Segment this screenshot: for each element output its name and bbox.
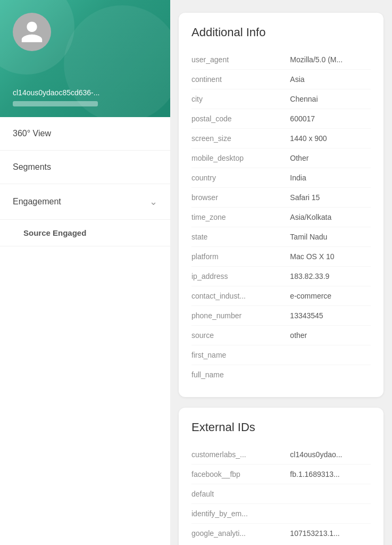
info-key: source — [191, 331, 290, 340]
chevron-down-icon: ⌄ — [149, 196, 157, 208]
additional-info-card: Additional Info user_agent Mozilla/5.0 (… — [179, 13, 383, 397]
sidebar-header: cl14ous0ydaoc85cd636-... — [0, 0, 170, 117]
info-key: customerlabs_... — [191, 450, 290, 459]
table-row: state Tamil Nadu — [191, 227, 371, 247]
table-row: user_agent Mozilla/5.0 (M... — [191, 50, 371, 70]
sidebar-item-360-view-label: 360° View — [13, 129, 51, 138]
table-row: continent Asia — [191, 70, 371, 89]
external-ids-card: External IDs customerlabs_... cl14ous0yd… — [179, 408, 383, 545]
info-value: other — [290, 331, 371, 340]
info-value: e-commerce — [290, 292, 371, 300]
table-row: google_analyti... 107153213.1... — [191, 524, 371, 543]
table-row: browser Safari 15 — [191, 188, 371, 208]
table-row: full_name — [191, 365, 371, 384]
info-value: India — [290, 174, 371, 182]
info-value: 13343545 — [290, 311, 371, 320]
info-value: Mac OS X 10 — [290, 252, 371, 261]
table-row: screen_size 1440 x 900 — [191, 129, 371, 148]
info-key: postal_code — [191, 114, 290, 123]
info-key: browser — [191, 193, 290, 202]
user-id-bar — [13, 101, 98, 106]
external-ids-title: External IDs — [191, 420, 371, 434]
info-value: Chennai — [290, 95, 371, 103]
table-row: default — [191, 484, 371, 504]
table-row: country India — [191, 168, 371, 188]
sidebar-item-360-view[interactable]: 360° View — [0, 117, 170, 151]
table-row: facebook__fbp fb.1.1689313... — [191, 465, 371, 484]
table-row: time_zone Asia/Kolkata — [191, 208, 371, 227]
info-key: phone_number — [191, 311, 290, 320]
table-row: postal_code 600017 — [191, 109, 371, 129]
table-row: phone_number 13343545 — [191, 306, 371, 326]
info-key: user_agent — [191, 55, 290, 64]
info-value: 107153213.1... — [290, 529, 371, 538]
sidebar-item-segments-label: Segments — [13, 162, 51, 172]
sidebar-item-source-engaged[interactable]: Source Engaged — [0, 220, 170, 246]
info-value: fb.1.1689313... — [290, 470, 371, 478]
info-value: 1440 x 900 — [290, 134, 371, 143]
table-row: first_name — [191, 345, 371, 365]
info-key: identify_by_em... — [191, 509, 290, 518]
user-icon — [19, 19, 45, 45]
info-key: full_name — [191, 370, 290, 379]
sidebar-nav: 360° View Segments Engagement ⌄ Source E… — [0, 117, 170, 246]
sidebar-item-engagement-label: Engagement — [13, 197, 61, 207]
info-value: Tamil Nadu — [290, 233, 371, 241]
sidebar-item-engagement[interactable]: Engagement ⌄ — [0, 184, 170, 220]
info-value: Asia — [290, 75, 371, 84]
table-row: contact_indust... e-commerce — [191, 286, 371, 306]
info-key: state — [191, 233, 290, 241]
info-key: facebook__fbp — [191, 470, 290, 478]
info-value: Other — [290, 154, 371, 162]
additional-info-table: user_agent Mozilla/5.0 (M... continent A… — [191, 50, 371, 384]
avatar-wrapper — [13, 13, 51, 51]
main-content: Additional Info user_agent Mozilla/5.0 (… — [170, 0, 392, 545]
info-value: Safari 15 — [290, 193, 371, 202]
info-key: country — [191, 174, 290, 182]
info-value: Mozilla/5.0 (M... — [290, 55, 371, 64]
info-value: 600017 — [290, 114, 371, 123]
info-key: google_analyti... — [191, 529, 290, 538]
table-row: mobile_desktop Other — [191, 148, 371, 168]
sidebar-item-segments[interactable]: Segments — [0, 151, 170, 184]
info-key: platform — [191, 252, 290, 261]
info-value: 183.82.33.9 — [290, 272, 371, 280]
table-row: identify_by_em... — [191, 504, 371, 524]
avatar — [13, 13, 51, 51]
sidebar-item-source-engaged-label: Source Engaged — [23, 228, 86, 237]
info-key: screen_size — [191, 134, 290, 143]
table-row: customerlabs_... cl14ous0ydao... — [191, 445, 371, 465]
info-key: mobile_desktop — [191, 154, 290, 162]
info-value: Asia/Kolkata — [290, 213, 371, 221]
info-key: default — [191, 490, 290, 498]
info-key: contact_indust... — [191, 292, 290, 300]
external-ids-table: customerlabs_... cl14ous0ydao... faceboo… — [191, 445, 371, 543]
additional-info-title: Additional Info — [191, 26, 371, 39]
table-row: ip_address 183.82.33.9 — [191, 267, 371, 286]
info-key: first_name — [191, 351, 290, 359]
info-key: time_zone — [191, 213, 290, 221]
sidebar: cl14ous0ydaoc85cd636-... 360° View Segme… — [0, 0, 170, 545]
table-row: source other — [191, 326, 371, 345]
user-id-label: cl14ous0ydaoc85cd636-... — [13, 88, 99, 97]
table-row: city Chennai — [191, 89, 371, 109]
info-key: continent — [191, 75, 290, 84]
table-row: platform Mac OS X 10 — [191, 247, 371, 267]
info-key: city — [191, 95, 290, 103]
info-key: ip_address — [191, 272, 290, 280]
info-value: cl14ous0ydao... — [290, 450, 371, 459]
